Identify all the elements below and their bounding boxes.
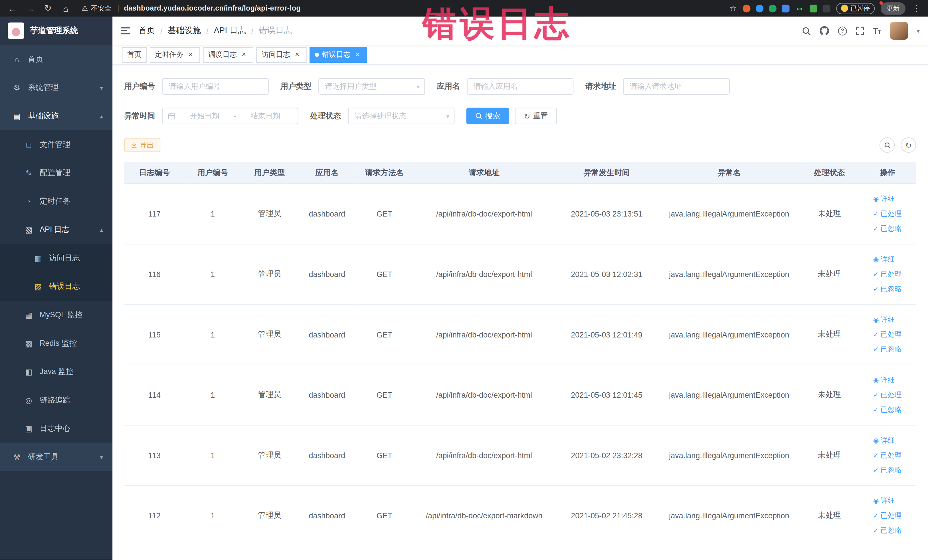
eye-icon: ◉ — [873, 252, 879, 267]
sidebar-item-redis-monitor[interactable]: ▩Redis 监控 — [0, 329, 112, 357]
app-name-input[interactable] — [467, 78, 573, 95]
sidebar: 芋道管理系统 ⌂首页⚙系统管理▾▤基础设施▴□文件管理✎配置管理◔定时任务▧AP… — [0, 17, 112, 560]
forward-icon[interactable]: → — [21, 3, 39, 13]
breadcrumb-item[interactable]: 基础设施 — [168, 25, 201, 36]
cell-actions: ◉详细✓已处理✓已忽略 — [859, 485, 916, 546]
user-type-select[interactable]: 请选择用户类型 ▾ — [318, 78, 425, 95]
browser-menu-icon[interactable]: ⋮ — [911, 3, 922, 13]
processed-action[interactable]: ✓已处理 — [873, 327, 902, 342]
ignored-action[interactable]: ✓已忽略 — [873, 402, 902, 417]
cell-user-type: 管理员 — [241, 183, 298, 244]
close-icon[interactable]: × — [240, 50, 248, 59]
tab-schedule-log[interactable]: 调度日志× — [203, 47, 253, 63]
export-button[interactable]: 导出 — [124, 138, 160, 152]
site-security-button[interactable]: ⚠ 不安全 — [82, 4, 111, 12]
caret-down-icon[interactable]: ▾ — [917, 27, 919, 34]
processed-action[interactable]: ✓已处理 — [873, 267, 902, 282]
detail-action[interactable]: ◉详细 — [873, 191, 902, 206]
refresh-table-button[interactable]: ↻ — [901, 137, 916, 153]
extension-orange[interactable] — [743, 5, 751, 12]
extension-blue-grid[interactable] — [782, 5, 790, 12]
cell-exception-name: java.lang.IllegalArgumentException — [658, 304, 800, 365]
close-icon[interactable]: × — [293, 50, 301, 59]
reload-icon[interactable]: ↻ — [39, 3, 57, 14]
tab-error-log[interactable]: 错误日志× — [310, 47, 367, 63]
cell-user-id: 1 — [185, 244, 241, 304]
toggle-search-button[interactable] — [879, 137, 895, 153]
font-size-icon[interactable]: TT — [873, 26, 881, 35]
cell-status: 未处理 — [800, 183, 859, 244]
breadcrumb-item[interactable]: API 日志 — [214, 25, 246, 36]
github-icon[interactable] — [820, 26, 829, 35]
processed-action[interactable]: ✓已处理 — [873, 388, 902, 402]
sidebar-item-mysql-monitor[interactable]: ▦MySQL 监控 — [0, 301, 112, 329]
cell-status: 未处理 — [800, 485, 859, 546]
extension-on-badge[interactable]: on — [795, 5, 804, 12]
hamburger-icon[interactable] — [112, 26, 138, 35]
processed-action[interactable]: ✓已处理 — [873, 508, 902, 523]
sidebar-item-trace[interactable]: ◎链路追踪 — [0, 386, 112, 415]
address-url[interactable]: dashboard.yudao.iocoder.cn/infra/log/api… — [124, 4, 301, 12]
extension-green-leaf[interactable] — [810, 5, 817, 12]
sidebar-item-java-monitor[interactable]: ◧Java 监控 — [0, 357, 112, 386]
sidebar-item-api-log[interactable]: ▧API 日志▴ — [0, 215, 112, 244]
update-button[interactable]: 更新 — [881, 2, 905, 15]
detail-action[interactable]: ◉详细 — [873, 312, 902, 327]
column-header: 异常发生时间 — [555, 162, 658, 183]
check-icon: ✓ — [873, 523, 879, 538]
tab-scheduled-job[interactable]: 定时任务× — [150, 47, 200, 63]
detail-action[interactable]: ◉详细 — [873, 493, 902, 508]
tab-home[interactable]: 首页 — [122, 47, 147, 63]
sidebar-item-access-log[interactable]: ▥访问日志 — [0, 244, 112, 272]
ignored-action[interactable]: ✓已忽略 — [873, 342, 902, 357]
sidebar-item-system-manage[interactable]: ⚙系统管理▾ — [0, 73, 112, 102]
fullscreen-icon[interactable] — [856, 26, 864, 35]
process-status-select[interactable]: 请选择处理状态 ▾ — [348, 108, 455, 124]
user-type-label: 用户类型 — [281, 81, 311, 92]
sidebar-item-infrastructure[interactable]: ▤基础设施▴ — [0, 102, 112, 130]
sidebar-item-dev-tools[interactable]: ⚒研发工具▾ — [0, 443, 112, 471]
ignored-action[interactable]: ✓已忽略 — [873, 523, 902, 538]
extension-paw[interactable] — [823, 5, 830, 12]
back-icon[interactable]: ← — [3, 3, 21, 13]
sidebar-item-file-manage[interactable]: □文件管理 — [0, 130, 112, 159]
action-label: 详细 — [881, 433, 895, 448]
help-icon[interactable]: ? — [838, 26, 847, 35]
ignored-action[interactable]: ✓已忽略 — [873, 462, 902, 477]
cell-exception-name: java.lang.IllegalArgumentException — [658, 425, 800, 485]
detail-action[interactable]: ◉详细 — [873, 252, 902, 267]
sidebar-item-scheduled-job[interactable]: ◔定时任务 — [0, 187, 112, 216]
cell-log-id: 112 — [124, 485, 185, 546]
reset-button[interactable]: ↻ 重置 — [515, 108, 557, 124]
tab-label: 首页 — [127, 50, 142, 60]
app-logo[interactable]: 芋道管理系统 — [0, 17, 112, 45]
request-url-input[interactable] — [623, 78, 730, 95]
sidebar-item-log-center[interactable]: ▣日志中心 — [0, 414, 112, 443]
breadcrumb-item[interactable]: 首页 — [138, 25, 155, 36]
browser-home-icon[interactable]: ⌂ — [57, 3, 75, 13]
close-icon[interactable]: × — [353, 50, 362, 59]
cell-user-type: 管理员 — [241, 425, 298, 485]
ignored-action[interactable]: ✓已忽略 — [873, 221, 902, 236]
search-button[interactable]: 搜索 — [466, 108, 509, 124]
sidebar-item-error-log[interactable]: ▨错误日志 — [0, 272, 112, 301]
sidebar-item-config-manage[interactable]: ✎配置管理 — [0, 159, 112, 187]
ignored-action[interactable]: ✓已忽略 — [873, 281, 902, 296]
detail-action[interactable]: ◉详细 — [873, 433, 902, 448]
processed-action[interactable]: ✓已处理 — [873, 206, 902, 221]
processed-action[interactable]: ✓已处理 — [873, 448, 902, 462]
sidebar-item-home[interactable]: ⌂首页 — [0, 45, 112, 73]
cell-exception-name: java.lang.IllegalArgumentException — [658, 183, 800, 244]
exception-time-range-picker[interactable]: 开始日期 - 结束日期 — [162, 108, 298, 124]
action-label: 已处理 — [881, 448, 902, 462]
close-icon[interactable]: × — [186, 50, 195, 59]
extension-green-circle[interactable] — [769, 5, 777, 12]
paused-badge[interactable]: 已暂停 — [836, 3, 875, 14]
tab-access-log[interactable]: 访问日志× — [256, 47, 307, 63]
detail-action[interactable]: ◉详细 — [873, 372, 902, 388]
user-avatar[interactable] — [890, 22, 908, 40]
search-icon[interactable] — [802, 26, 811, 35]
bookmark-star-icon[interactable]: ☆ — [730, 3, 737, 13]
user-id-input[interactable] — [162, 78, 269, 95]
extension-blue-drop[interactable] — [756, 5, 763, 12]
